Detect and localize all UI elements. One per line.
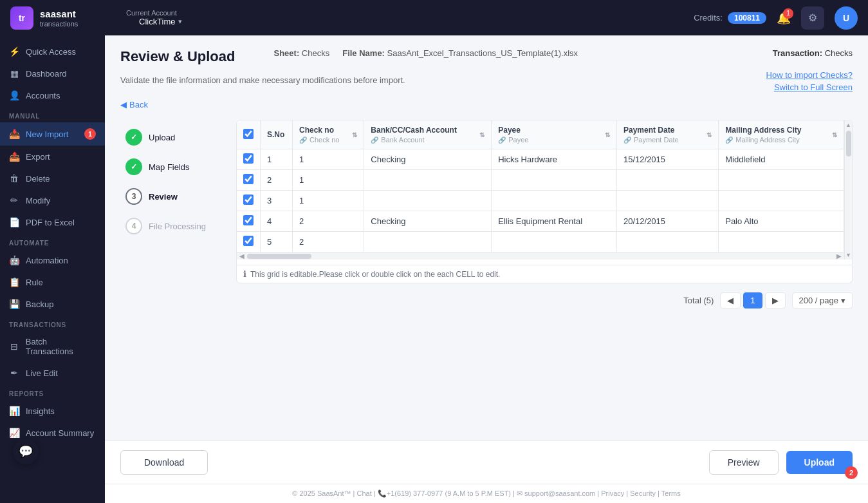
row-checkbox[interactable] xyxy=(243,174,254,184)
bank-account-sort-icon[interactable]: ⇅ xyxy=(479,131,485,138)
scroll-up-icon[interactable]: ▲ xyxy=(845,122,851,128)
row-city[interactable] xyxy=(719,170,844,191)
transactions-section-label: TRANSACTIONS xyxy=(0,315,105,331)
account-name-btn[interactable]: ClickTime ▾ xyxy=(139,17,182,26)
sidebar-item-modify[interactable]: ✏ Modify xyxy=(0,189,105,211)
sidebar-item-backup[interactable]: 💾 Backup xyxy=(0,293,105,315)
row-sno[interactable]: 1 xyxy=(261,149,293,170)
sidebar-item-accounts[interactable]: 👤 Accounts xyxy=(0,84,105,106)
page-1-button[interactable]: 1 xyxy=(743,292,762,308)
row-checkbox[interactable] xyxy=(243,195,254,205)
table-row[interactable]: 1 1 Checking Hicks Hardware 15/12/2015 M… xyxy=(237,149,844,170)
sidebar-item-account-summary[interactable]: 📈 Account Summary xyxy=(0,422,105,444)
row-bank-account[interactable] xyxy=(364,191,492,211)
step-circle-review: 3 xyxy=(125,188,142,205)
table-horizontal-scroll[interactable]: S.No Check no 🔗Check xyxy=(237,120,844,252)
horizontal-scrollbar[interactable]: ◀ ▶ xyxy=(237,252,844,260)
row-sno[interactable]: 2 xyxy=(261,170,293,191)
scroll-right-icon[interactable]: ▶ xyxy=(836,252,842,260)
row-city[interactable]: Palo Alto xyxy=(719,211,844,232)
row-payee[interactable] xyxy=(492,170,617,191)
col-header-bank-account: Bank/CC/Cash Account 🔗Bank Account ⇅ xyxy=(364,120,492,149)
back-button[interactable]: ◀ Back xyxy=(120,100,148,109)
row-bank-account[interactable]: Checking xyxy=(364,149,492,170)
row-checkbox[interactable] xyxy=(243,236,254,246)
sheet-value: Checks xyxy=(302,48,329,58)
preview-button[interactable]: Preview xyxy=(709,450,779,475)
page-title: Review & Upload xyxy=(120,48,235,65)
how-to-import-link[interactable]: How to import Checks? xyxy=(766,70,853,80)
row-check-no[interactable]: 1 xyxy=(293,170,364,191)
sidebar-item-live-edit[interactable]: ✒ Live Edit xyxy=(0,362,105,384)
row-payee[interactable] xyxy=(492,191,617,211)
sidebar-item-batch-transactions[interactable]: ⊟ Batch Transactions xyxy=(0,331,105,362)
row-city[interactable]: Middlefield xyxy=(719,149,844,170)
row-payment-date[interactable]: 20/12/2015 xyxy=(616,211,718,232)
row-payment-date[interactable] xyxy=(616,191,718,211)
scroll-left-icon[interactable]: ◀ xyxy=(239,252,245,260)
row-bank-account[interactable]: Checking xyxy=(364,211,492,232)
sidebar-item-export[interactable]: 📤 Export xyxy=(0,146,105,167)
page-size-selector[interactable]: 200 / page ▾ xyxy=(792,292,853,308)
col-header-payment-date: Payment Date 🔗Payment Date ⇅ xyxy=(616,120,718,149)
sidebar-item-dashboard[interactable]: ▦ Dashboard xyxy=(0,62,105,84)
v-scroll-thumb[interactable] xyxy=(846,131,851,157)
row-sno[interactable]: 4 xyxy=(261,211,293,232)
trx-value: Checks xyxy=(825,48,853,58)
row-bank-account[interactable] xyxy=(364,170,492,191)
sidebar-item-new-import[interactable]: 📥 New Import 1 xyxy=(0,122,105,146)
select-all-checkbox[interactable] xyxy=(243,129,254,139)
sidebar-label-live-edit: Live Edit xyxy=(26,368,58,378)
fullscreen-link[interactable]: Switch to Full Screen xyxy=(774,82,853,92)
sidebar-item-quick-access[interactable]: ⚡ Quick Access xyxy=(0,41,105,62)
row-check-no[interactable]: 1 xyxy=(293,191,364,211)
filename-value: SaasAnt_Excel_Transactions_US_Template(1… xyxy=(387,48,578,58)
check-no-sort-icon[interactable]: ⇅ xyxy=(352,131,357,138)
scroll-down-icon[interactable]: ▼ xyxy=(845,252,851,258)
page-meta: Sheet: Checks File Name: SaasAnt_Excel_T… xyxy=(273,48,578,58)
prev-page-button[interactable]: ◀ xyxy=(720,292,741,308)
logo-text-group: saasant transactions xyxy=(40,8,78,28)
payment-date-sort-icon[interactable]: ⇅ xyxy=(706,131,712,138)
row-check-no[interactable]: 2 xyxy=(293,211,364,232)
row-checkbox[interactable] xyxy=(243,153,254,164)
insights-icon: 📊 xyxy=(9,406,19,416)
chat-fab-button[interactable]: 💬 xyxy=(13,439,39,464)
sidebar-item-delete[interactable]: 🗑 Delete xyxy=(0,167,105,189)
table-row[interactable]: 5 2 xyxy=(237,232,844,252)
vertical-scrollbar[interactable]: ▲ ▼ xyxy=(844,120,852,260)
scroll-thumb[interactable] xyxy=(247,254,311,259)
help-links: How to import Checks? Switch to Full Scr… xyxy=(766,70,853,92)
sidebar-item-pdf-to-excel[interactable]: 📄 PDF to Excel xyxy=(0,211,105,233)
row-payee[interactable]: Ellis Equipment Rental xyxy=(492,211,617,232)
table-row[interactable]: 3 1 xyxy=(237,191,844,211)
row-checkbox[interactable] xyxy=(243,215,254,225)
row-payment-date[interactable]: 15/12/2015 xyxy=(616,149,718,170)
next-page-button[interactable]: ▶ xyxy=(765,292,786,308)
upload-button[interactable]: Upload 2 xyxy=(786,451,853,474)
row-payment-date[interactable] xyxy=(616,232,718,252)
sidebar-item-rule[interactable]: 📋 Rule xyxy=(0,271,105,293)
table-row[interactable]: 4 2 Checking Ellis Equipment Rental 20/1… xyxy=(237,211,844,232)
notifications-button[interactable]: 🔔 1 xyxy=(777,11,791,25)
row-check-no[interactable]: 1 xyxy=(293,149,364,170)
row-sno[interactable]: 3 xyxy=(261,191,293,211)
row-bank-account[interactable] xyxy=(364,232,492,252)
sidebar-item-insights[interactable]: 📊 Insights xyxy=(0,400,105,422)
row-payee[interactable] xyxy=(492,232,617,252)
sidebar-item-automation[interactable]: 🤖 Automation xyxy=(0,249,105,271)
payee-sort-icon[interactable]: ⇅ xyxy=(605,131,610,138)
row-check-no[interactable]: 2 xyxy=(293,232,364,252)
download-button[interactable]: Download xyxy=(120,450,208,475)
notification-badge: 1 xyxy=(783,8,793,19)
row-payee[interactable]: Hicks Hardware xyxy=(492,149,617,170)
row-sno[interactable]: 5 xyxy=(261,232,293,252)
city-sort-icon[interactable]: ⇅ xyxy=(832,131,837,138)
row-city[interactable] xyxy=(719,191,844,211)
row-city[interactable] xyxy=(719,232,844,252)
avatar-button[interactable]: U xyxy=(835,6,858,30)
table-row[interactable]: 2 1 xyxy=(237,170,844,191)
data-table: S.No Check no 🔗Check xyxy=(237,120,844,252)
row-payment-date[interactable] xyxy=(616,170,718,191)
settings-button[interactable]: ⚙ xyxy=(801,6,824,30)
